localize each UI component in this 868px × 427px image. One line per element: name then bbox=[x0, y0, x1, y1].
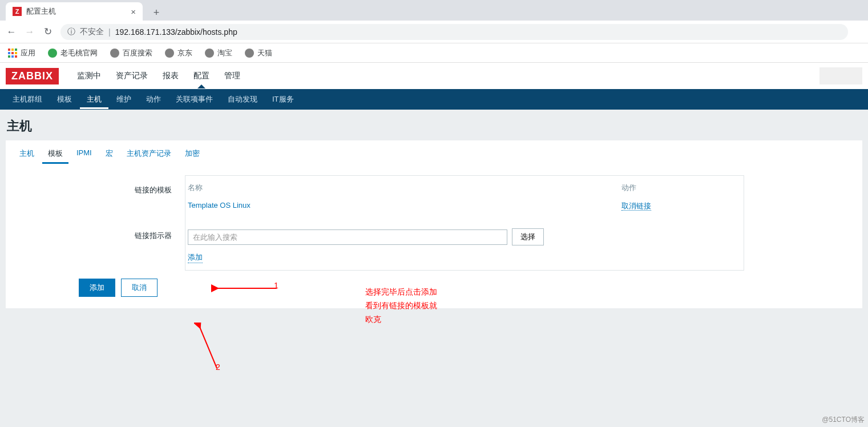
globe-icon bbox=[110, 49, 119, 58]
browser-tab-strip: Z 配置主机 × + bbox=[0, 0, 868, 21]
top-nav: 监测中 资产记录 报表 配置 管理 bbox=[70, 64, 247, 88]
form-section: 链接的模板 名称 动作 Template OS Linux 取消链接 bbox=[185, 175, 744, 271]
tab-host[interactable]: 主机 bbox=[14, 144, 40, 164]
address-bar-row: ← → ↻ ⓘ 不安全 | 192.168.171.133/zabbix/hos… bbox=[0, 21, 868, 43]
apps-shortcut[interactable]: 应用 bbox=[8, 48, 35, 58]
apps-icon bbox=[8, 49, 17, 58]
sub-nav-hosts[interactable]: 主机 bbox=[80, 90, 108, 109]
tab-title: 配置主机 bbox=[26, 6, 126, 17]
info-icon[interactable]: ⓘ bbox=[67, 27, 75, 37]
content-panel: 主机 模板 IPMI 宏 主机资产记录 加密 链接的模板 名称 动作 Templ… bbox=[6, 140, 862, 308]
globe-icon bbox=[245, 49, 254, 58]
tab-encryption[interactable]: 加密 bbox=[179, 144, 205, 164]
submit-button[interactable]: 添加 bbox=[79, 279, 115, 297]
template-link[interactable]: Template OS Linux bbox=[188, 201, 251, 210]
host-tabs: 主机 模板 IPMI 宏 主机资产记录 加密 bbox=[14, 144, 854, 164]
sub-nav-itservices[interactable]: IT服务 bbox=[265, 90, 301, 109]
table-row: Template OS Linux 取消链接 bbox=[188, 198, 736, 215]
tab-macros[interactable]: 宏 bbox=[100, 144, 119, 164]
top-nav-reports[interactable]: 报表 bbox=[156, 64, 185, 88]
unlink-link[interactable]: 取消链接 bbox=[621, 202, 651, 211]
bookmarks-bar: 应用 老毛桃官网 百度搜索 京东 淘宝 天猫 bbox=[0, 43, 868, 63]
linked-templates-table: 名称 动作 Template OS Linux 取消链接 bbox=[188, 183, 736, 215]
col-header-name: 名称 bbox=[188, 183, 621, 193]
tab-templates[interactable]: 模板 bbox=[42, 144, 68, 164]
bookmark-item[interactable]: 百度搜索 bbox=[110, 48, 152, 58]
page-title: 主机 bbox=[0, 110, 868, 140]
address-url: 192.168.171.133/zabbix/hosts.php bbox=[115, 27, 237, 37]
sub-nav-discovery[interactable]: 自动发现 bbox=[221, 90, 264, 109]
top-nav-admin[interactable]: 管理 bbox=[217, 64, 247, 88]
template-search-input[interactable] bbox=[188, 229, 507, 245]
select-button[interactable]: 选择 bbox=[512, 228, 544, 245]
new-tab-button[interactable]: + bbox=[148, 5, 164, 21]
bookmark-label: 京东 bbox=[177, 48, 192, 58]
globe-icon bbox=[48, 49, 57, 58]
apps-label: 应用 bbox=[21, 48, 35, 58]
sub-nav-hostgroups[interactable]: 主机群组 bbox=[6, 90, 49, 109]
tab-ipmi[interactable]: IPMI bbox=[71, 144, 98, 164]
sub-nav-maintenance[interactable]: 维护 bbox=[110, 90, 138, 109]
linked-templates-label: 链接的模板 bbox=[71, 176, 180, 221]
bookmark-label: 百度搜索 bbox=[123, 48, 152, 58]
active-browser-tab[interactable]: Z 配置主机 × bbox=[6, 2, 143, 21]
link-indicator-label: 链接指示器 bbox=[71, 221, 180, 270]
nav-forward-icon: → bbox=[24, 26, 35, 38]
insecure-label: 不安全 bbox=[80, 27, 104, 37]
top-nav-inventory[interactable]: 资产记录 bbox=[109, 64, 155, 88]
bookmark-item[interactable]: 淘宝 bbox=[205, 48, 232, 58]
reload-icon[interactable]: ↻ bbox=[42, 26, 54, 38]
address-bar[interactable]: ⓘ 不安全 | 192.168.171.133/zabbix/hosts.php bbox=[60, 24, 848, 40]
nav-back-icon[interactable]: ← bbox=[6, 26, 17, 38]
bookmark-label: 天猫 bbox=[257, 48, 272, 58]
bookmark-item[interactable]: 老毛桃官网 bbox=[48, 48, 98, 58]
top-nav-config[interactable]: 配置 bbox=[187, 64, 216, 88]
globe-icon bbox=[165, 49, 174, 58]
zabbix-logo[interactable]: ZABBIX bbox=[6, 68, 59, 84]
zabbix-header: ZABBIX 监测中 资产记录 报表 配置 管理 bbox=[0, 63, 868, 89]
sub-nav: 主机群组 模板 主机 维护 动作 关联项事件 自动发现 IT服务 bbox=[0, 89, 868, 110]
top-nav-monitoring[interactable]: 监测中 bbox=[70, 64, 108, 88]
tab-inventory[interactable]: 主机资产记录 bbox=[121, 144, 177, 164]
sub-nav-templates[interactable]: 模板 bbox=[50, 90, 79, 109]
globe-icon bbox=[205, 49, 214, 58]
header-right-panel bbox=[819, 67, 862, 84]
col-header-action: 动作 bbox=[621, 183, 736, 193]
cancel-button[interactable]: 取消 bbox=[121, 279, 158, 297]
bookmark-item[interactable]: 天猫 bbox=[245, 48, 272, 58]
bookmark-label: 老毛桃官网 bbox=[60, 48, 98, 58]
add-template-link[interactable]: 添加 bbox=[188, 252, 203, 263]
sub-nav-correlation[interactable]: 关联项事件 bbox=[169, 90, 220, 109]
address-separator: | bbox=[108, 27, 111, 37]
tab-favicon: Z bbox=[13, 7, 22, 16]
sub-nav-actions[interactable]: 动作 bbox=[139, 90, 168, 109]
close-icon[interactable]: × bbox=[131, 7, 136, 17]
bookmark-label: 淘宝 bbox=[217, 48, 232, 58]
bookmark-item[interactable]: 京东 bbox=[165, 48, 192, 58]
